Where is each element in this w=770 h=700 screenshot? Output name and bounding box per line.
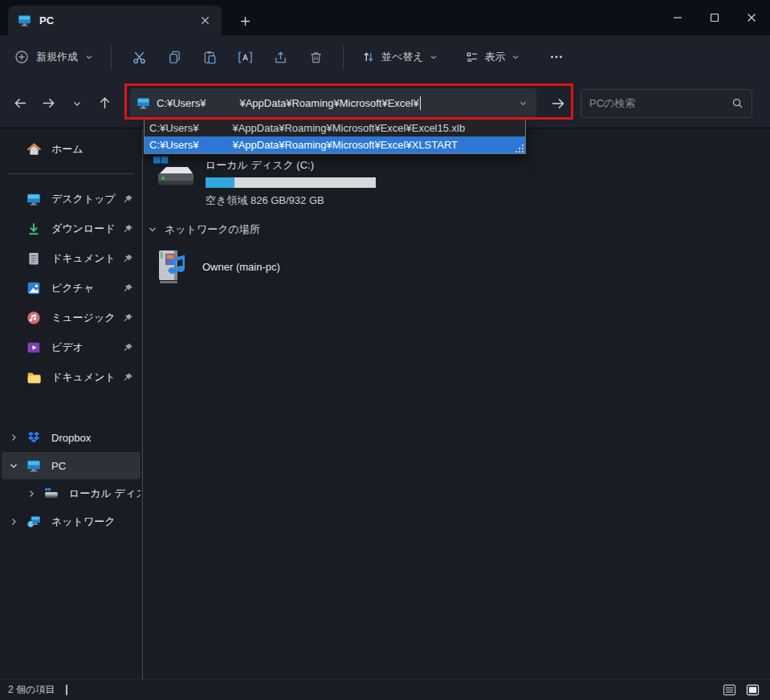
- sidebar-item-documents-folder[interactable]: ドキュメント: [2, 363, 141, 392]
- view-label: 表示: [485, 50, 506, 64]
- address-dropdown-button[interactable]: [509, 88, 536, 119]
- pc-monitor-icon: [18, 14, 31, 27]
- chevron-right-icon[interactable]: [2, 517, 26, 527]
- local-disk-item[interactable]: ローカル ディスク (C:) 空き領域 826 GB/932 GB: [151, 156, 770, 208]
- search-icon: [731, 97, 744, 109]
- chevron-down-icon: [511, 53, 519, 61]
- sidebar-item-label: ビデオ: [51, 340, 121, 355]
- explorer-tab-pc[interactable]: PC: [8, 6, 222, 35]
- chevron-down-icon: [430, 53, 438, 61]
- tab-title: PC: [39, 14, 194, 26]
- sort-label: 並べ替え: [381, 50, 424, 64]
- item-count: 2 個の項目: [8, 683, 55, 697]
- details-view-button[interactable]: [719, 682, 739, 698]
- address-bar-input[interactable]: C:¥Users¥¥AppData¥Roaming¥Microsoft¥Exce…: [130, 88, 536, 119]
- path-prefix: C:¥Users¥: [149, 122, 198, 134]
- chevron-right-icon[interactable]: [19, 489, 43, 499]
- search-input[interactable]: PCの検索: [581, 89, 752, 118]
- text-caret: [420, 96, 422, 110]
- sidebar-item-label: デスクトップ: [51, 192, 121, 206]
- sort-button[interactable]: 並べ替え: [353, 45, 446, 69]
- video-icon: [26, 340, 42, 356]
- titlebar: PC: [0, 0, 770, 35]
- document-icon: [26, 250, 42, 267]
- dropbox-icon: [26, 429, 42, 446]
- sidebar-item-music[interactable]: ミュージック: [2, 303, 141, 332]
- drive-usage-fill: [206, 177, 234, 188]
- status-bar: 2 個の項目: [0, 679, 770, 700]
- share-button[interactable]: [263, 42, 298, 72]
- chevron-right-icon[interactable]: [2, 433, 26, 442]
- go-to-button[interactable]: [543, 88, 572, 118]
- autocomplete-item-xlstart[interactable]: C:¥Users¥¥AppData¥Roaming¥Microsoft¥Exce…: [145, 136, 525, 153]
- delete-button[interactable]: [298, 42, 333, 72]
- divider: [343, 45, 344, 69]
- pin-icon: [121, 341, 134, 354]
- resize-grip[interactable]: [515, 144, 524, 153]
- back-button[interactable]: [6, 90, 35, 117]
- sidebar-item-downloads[interactable]: ダウンロード: [2, 214, 141, 243]
- pictures-icon: [26, 280, 42, 296]
- new-item-label: 新規作成: [36, 50, 78, 64]
- drive-icon: [43, 486, 59, 502]
- drive-free-space: 空き領域 826 GB/932 GB: [206, 193, 376, 208]
- sidebar-item-local-disk-c[interactable]: ローカル ディスク (C:): [2, 480, 141, 507]
- autocomplete-item-excel15[interactable]: C:¥Users¥¥AppData¥Roaming¥Microsoft¥Exce…: [145, 120, 525, 136]
- address-path-suffix: ¥AppData¥Roaming¥Microsoft¥Excel¥: [239, 97, 418, 109]
- path-suffix: ¥AppData¥Roaming¥Microsoft¥Excel¥Excel15…: [232, 122, 465, 134]
- view-button[interactable]: 表示: [457, 45, 528, 69]
- cut-button[interactable]: [121, 42, 157, 72]
- pin-icon: [121, 222, 134, 235]
- desktop-icon: [26, 191, 42, 207]
- sidebar-item-label: Dropbox: [51, 432, 141, 444]
- rename-button[interactable]: [227, 42, 263, 72]
- copy-icon: [167, 50, 182, 65]
- status-separator: [66, 685, 67, 695]
- sidebar-item-label: ミュージック: [51, 311, 121, 325]
- path-prefix: C:¥Users¥: [149, 139, 198, 151]
- sidebar-item-network[interactable]: ネットワーク: [2, 508, 141, 535]
- divider: [8, 173, 134, 174]
- view-layout-icon: [465, 50, 479, 64]
- sidebar-item-label: ネットワーク: [51, 515, 141, 529]
- pin-icon: [121, 311, 134, 324]
- sidebar-item-label: ドキュメント: [51, 370, 121, 385]
- download-icon: [26, 221, 42, 237]
- sidebar-item-label: ホーム: [51, 142, 141, 157]
- tab-close-icon[interactable]: [194, 10, 215, 31]
- network-icon: [26, 514, 42, 530]
- new-tab-button[interactable]: [234, 10, 255, 31]
- large-icons-view-button[interactable]: [743, 682, 762, 698]
- copy-button[interactable]: [157, 42, 192, 72]
- more-options-button[interactable]: [539, 42, 574, 72]
- paste-button[interactable]: [192, 42, 227, 72]
- sidebar-item-pc[interactable]: PC: [2, 452, 141, 479]
- sidebar-item-desktop[interactable]: デスクトップ: [2, 185, 141, 214]
- pin-icon: [121, 282, 134, 295]
- address-autocomplete-dropdown: C:¥Users¥¥AppData¥Roaming¥Microsoft¥Exce…: [144, 119, 526, 154]
- network-media-item[interactable]: Owner (main-pc): [153, 246, 770, 287]
- maximize-button[interactable]: [696, 0, 733, 35]
- minimize-button[interactable]: [659, 0, 696, 35]
- close-button[interactable]: [733, 0, 770, 35]
- navigation-pane: ホーム デスクトップ ダウンロード: [0, 128, 143, 679]
- scissors-icon: [132, 50, 147, 65]
- up-button[interactable]: [91, 90, 119, 117]
- sidebar-item-documents[interactable]: ドキュメント: [2, 244, 141, 273]
- share-icon: [273, 50, 288, 65]
- chevron-down-icon[interactable]: [2, 461, 26, 470]
- network-item-label: Owner (main-pc): [202, 261, 280, 273]
- hard-drive-icon: [151, 156, 196, 208]
- sidebar-item-videos[interactable]: ビデオ: [2, 333, 141, 362]
- new-item-button[interactable]: 新規作成: [6, 45, 101, 69]
- ellipsis-icon: [550, 51, 563, 63]
- sidebar-item-home[interactable]: ホーム: [2, 136, 141, 163]
- recent-locations-button[interactable]: [63, 90, 91, 117]
- forward-button[interactable]: [35, 90, 63, 117]
- pin-icon: [121, 252, 134, 265]
- sidebar-item-dropbox[interactable]: Dropbox: [2, 424, 141, 451]
- media-server-icon: [153, 246, 191, 287]
- network-locations-section[interactable]: ネットワークの場所: [148, 222, 770, 237]
- sidebar-item-pictures[interactable]: ピクチャ: [2, 274, 141, 303]
- sidebar-item-label: ドキュメント: [51, 251, 121, 266]
